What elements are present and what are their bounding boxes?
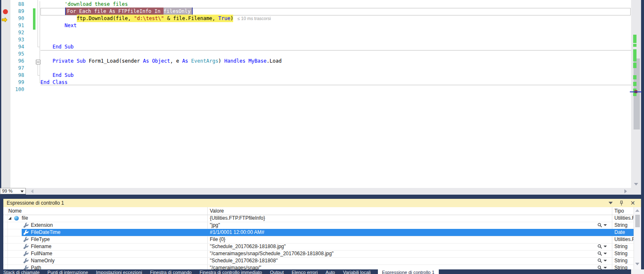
tab-auto[interactable]: Auto [325,269,336,274]
property-wrench-icon [23,265,29,269]
watch-name-cell: Path [31,265,41,269]
text-visualizer-button[interactable] [597,251,607,256]
breakpoint-indicator[interactable] [3,9,8,14]
close-button[interactable]: ✕ [630,200,635,206]
watch-name-cell: Filename [31,244,51,250]
tab-output[interactable]: Output [269,269,284,274]
outline-guide-tick [38,75,40,76]
chevron-down-icon [604,224,607,226]
watch-row-path[interactable]: Path"/cameraimages/snap/"String [3,264,641,269]
tab-elenco-errori[interactable]: Elenco errori [291,269,318,274]
pin-button[interactable] [619,200,624,206]
code-segment: End Sub [53,72,74,78]
watch-row-fullname[interactable]: FullName"/cameraimages/snap/Schedule_201… [3,250,641,258]
outline-guide-line [38,63,38,76]
watch-value-cell: File {0} [210,236,596,243]
watch-row-file[interactable]: file{Utilities.FTP.FTPfileInfo}Utilities… [3,215,641,222]
code-segment [40,72,53,78]
text-visualizer-button[interactable] [597,258,607,263]
text-visualizer-button[interactable] [597,223,607,228]
watch-value-cell: "/cameraimages/snap/" [210,265,596,269]
scrollbar-down-arrow[interactable] [635,263,639,265]
text-visualizer-button[interactable] [597,244,607,249]
minimap-change-mark [633,35,636,43]
line-number: 89 [10,8,24,15]
scrollbar-down-arrow[interactable] [634,183,638,185]
code-segment: ftp.Download(file, [77,15,134,22]
line-number: 91 [10,23,24,30]
watch-row-filedatetime[interactable]: FileDateTime#1/1/0001 12:00:00 AM#Date [3,229,641,236]
code-segment: & file.Filename, [164,15,218,22]
text-visualizer-button[interactable] [597,265,607,269]
bottom-right-corner [631,269,644,274]
tab-stack-di-chiamate[interactable]: Stack di chiamate [3,269,40,274]
watch-name-cell: NameOnly [31,258,55,264]
code-segment: , e [170,58,182,64]
watch-vertical-scrollbar[interactable] [634,207,641,269]
code-line-90[interactable]: ftp.Download(file, "d:\test\" & file.Fil… [40,15,271,23]
tab-variabili-locali[interactable]: Variabili locali [342,269,371,274]
window-position-menu-button[interactable] [609,202,613,204]
editor-horizontal-scrollbar[interactable] [26,188,641,195]
line-number: 92 [10,30,24,37]
code-line-96[interactable]: Private Sub Form1_Load(sender As Object,… [40,58,282,65]
breakpoint-margin[interactable] [1,0,10,188]
watch-value-cell: {Utilities.FTP.FTPfileInfo} [210,215,596,221]
code-segment: Handles [224,58,246,64]
tab-espressione-di-controllo-1[interactable]: Espressione di controllo 1 [378,269,439,274]
outline-guide-line [40,1,40,83]
watch-window: Espressione di controllo 1 ✕ Nome Valore… [3,199,641,269]
watch-name-cell: file [22,215,28,221]
watch-row-nameonly[interactable]: NameOnly"Schedule_20170628-181808"String [3,257,641,265]
code-segment: MyBase [249,58,267,64]
column-header-name[interactable]: Nome [8,208,22,214]
code-segment: End Sub [53,44,74,50]
scrollbar-left-arrow[interactable] [31,189,33,193]
line-number: 98 [10,72,24,79]
code-segment: filesOnly [164,8,192,15]
tab-finestra-di-comando[interactable]: Finestra di comando [149,269,193,274]
code-segment [41,8,65,14]
watch-grid-header: Nome Valore Tipo [3,207,641,215]
tab-finestra-di-controllo-immediato[interactable]: Finestra di controllo immediato [199,269,263,274]
collapse-region-toggle[interactable] [36,60,40,64]
tool-window-tab-strip: Stack di chiamatePunti di interruzioneIm… [0,269,644,274]
code-segment: ) [218,58,224,64]
editor-vertical-scrollbar[interactable] [631,0,641,188]
column-header-value[interactable]: Valore [210,208,224,214]
column-header-type[interactable]: Tipo [614,208,624,214]
line-number: 96 [10,58,24,65]
watch-row-extension[interactable]: Extension"jpg"String [3,222,641,229]
editor-zoom-combo[interactable]: 99 % [0,188,26,194]
editor-surface[interactable] [10,0,631,188]
watch-row-filename[interactable]: Filename"Schedule_20170628-181808.jpg"St… [3,243,641,251]
code-segment: .Load [267,58,282,64]
watch-window-titlebar[interactable]: Espressione di controllo 1 ✕ [3,199,641,207]
scrollbar-right-arrow[interactable] [624,189,627,193]
watch-row-filetype[interactable]: FileTypeFile {0}Utilities.F [3,236,641,244]
property-wrench-icon [23,237,29,244]
code-segment: Object [152,58,170,64]
ide-root: 888990919293949596979899100 'download th… [0,0,644,274]
tab-punti-di-interruzione[interactable]: Punti di interruzione [47,269,89,274]
procedure-separator [40,50,631,51]
code-line-99[interactable]: End Class [40,79,68,86]
expand-collapse-icon[interactable] [8,217,11,220]
tab-impostazioni-eccezioni[interactable]: Impostazioni eccezioni [95,269,143,274]
chevron-down-icon [604,253,607,254]
chevron-down-icon [604,260,607,261]
code-segment [40,23,65,28]
minimap-change-mark [633,49,636,61]
minimap-change-mark [633,44,636,47]
watch-grid: Nome Valore Tipo file{Utilities.FTP.FTPf… [3,207,641,269]
code-line-94[interactable]: End Sub [40,44,73,51]
scrollbar-up-arrow[interactable] [635,209,639,212]
breakpoint-highlight: For Each file As FTPfileInfo In filesOnl… [65,8,193,15]
code-segment [40,44,53,50]
code-line-98[interactable]: End Sub [40,72,73,79]
close-icon: ✕ [630,200,635,206]
scrollbar-thumb[interactable] [635,215,640,227]
code-line-91[interactable]: Next [40,23,77,30]
watch-name-cell: FileDateTime [31,229,60,236]
minimap-caret-line [630,91,641,92]
